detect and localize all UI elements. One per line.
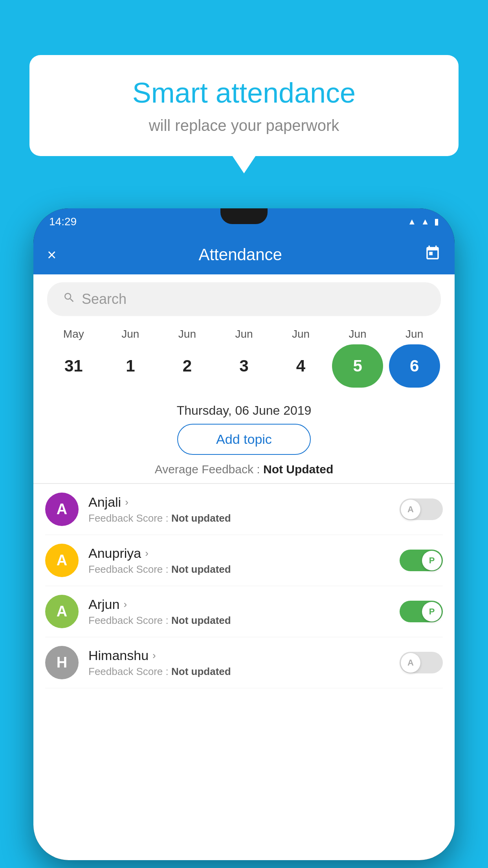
student-row: A Anupriya › Feedback Score : Not update…	[45, 535, 443, 586]
student-avatar-1: A	[45, 544, 79, 577]
avg-feedback-label: Average Feedback :	[155, 463, 263, 476]
cal-date-1[interactable]: 1	[105, 344, 156, 388]
student-info-3: Himanshu › Feedback Score : Not updated	[88, 648, 400, 678]
calendar-dates: 31 1 2 3 4 5 6	[41, 340, 447, 388]
cal-month-4: Jun	[275, 328, 327, 340]
search-placeholder: Search	[82, 291, 127, 307]
search-bar-container: Search	[33, 274, 455, 324]
phone-frame: 14:29 ▲ ▲ ▮ × Attendance	[33, 208, 455, 860]
student-row: H Himanshu › Feedback Score : Not update…	[45, 637, 443, 688]
cal-month-3: Jun	[218, 328, 270, 340]
toggle-knob-2: P	[422, 602, 442, 622]
attendance-toggle-1[interactable]: P	[400, 550, 443, 571]
chevron-icon-1: ›	[145, 547, 149, 559]
chevron-icon-3: ›	[152, 649, 156, 662]
search-input-inner: Search	[63, 291, 127, 307]
close-icon[interactable]: ×	[47, 246, 56, 264]
speech-bubble-subtitle: will replace your paperwork	[53, 117, 435, 134]
speech-bubble-title: Smart attendance	[53, 77, 435, 109]
search-field[interactable]: Search	[47, 282, 441, 316]
cal-month-1: Jun	[105, 328, 156, 340]
speech-bubble: Smart attendance will replace your paper…	[29, 55, 459, 156]
student-info-1: Anupriya › Feedback Score : Not updated	[88, 546, 400, 576]
phone-notch	[220, 208, 268, 224]
student-row: A Anjali › Feedback Score : Not updated …	[45, 484, 443, 535]
add-topic-button[interactable]: Add topic	[177, 424, 311, 455]
toggle-knob-0: A	[401, 500, 420, 519]
signal-icon: ▲	[421, 217, 429, 227]
chevron-icon-0: ›	[125, 496, 128, 508]
attendance-toggle-0[interactable]: A	[400, 498, 443, 520]
cal-date-2[interactable]: 2	[161, 344, 213, 388]
student-name-0[interactable]: Anjali ›	[88, 495, 400, 510]
status-bar: 14:29 ▲ ▲ ▮	[33, 208, 455, 235]
cal-month-2: Jun	[161, 328, 213, 340]
student-score-2: Feedback Score : Not updated	[88, 614, 400, 627]
cal-month-5: Jun	[332, 328, 383, 340]
calendar-strip: May Jun Jun Jun Jun Jun Jun 31 1 2 3 4 5…	[33, 324, 455, 395]
student-avatar-0: A	[45, 493, 79, 526]
selected-date-label: Thursday, 06 June 2019	[33, 395, 455, 424]
calendar-months: May Jun Jun Jun Jun Jun Jun	[41, 328, 447, 340]
student-avatar-2: A	[45, 595, 79, 628]
phone-screen: Search May Jun Jun Jun Jun Jun Jun 31 1 …	[33, 274, 455, 860]
avg-feedback-value: Not Updated	[263, 463, 333, 476]
attendance-toggle-2[interactable]: P	[400, 601, 443, 622]
battery-icon: ▮	[434, 217, 439, 227]
speech-bubble-container: Smart attendance will replace your paper…	[29, 55, 459, 156]
student-name-3[interactable]: Himanshu ›	[88, 648, 400, 663]
avg-feedback: Average Feedback : Not Updated	[33, 463, 455, 476]
cal-month-0: May	[48, 328, 99, 340]
student-info-2: Arjun › Feedback Score : Not updated	[88, 597, 400, 627]
cal-date-6[interactable]: 6	[389, 344, 440, 388]
student-name-2[interactable]: Arjun ›	[88, 597, 400, 612]
student-list: A Anjali › Feedback Score : Not updated …	[33, 484, 455, 688]
search-icon	[63, 291, 75, 307]
cal-date-4[interactable]: 4	[275, 344, 327, 388]
app-bar: × Attendance	[33, 235, 455, 274]
toggle-knob-1: P	[422, 551, 442, 570]
student-avatar-3: H	[45, 646, 79, 679]
cal-month-6: Jun	[389, 328, 440, 340]
chevron-icon-2: ›	[123, 598, 127, 611]
student-score-3: Feedback Score : Not updated	[88, 666, 400, 678]
student-info-0: Anjali › Feedback Score : Not updated	[88, 495, 400, 524]
student-score-1: Feedback Score : Not updated	[88, 563, 400, 576]
cal-date-0[interactable]: 31	[48, 344, 99, 388]
toggle-knob-3: A	[401, 653, 420, 673]
cal-date-5[interactable]: 5	[332, 344, 383, 388]
status-time: 14:29	[49, 215, 77, 228]
student-row: A Arjun › Feedback Score : Not updated P	[45, 586, 443, 637]
wifi-icon: ▲	[407, 217, 416, 227]
student-name-1[interactable]: Anupriya ›	[88, 546, 400, 561]
attendance-toggle-3[interactable]: A	[400, 652, 443, 673]
cal-date-3[interactable]: 3	[218, 344, 270, 388]
calendar-icon[interactable]	[424, 245, 441, 265]
status-icons: ▲ ▲ ▮	[407, 217, 439, 227]
student-score-0: Feedback Score : Not updated	[88, 512, 400, 524]
app-bar-title: Attendance	[198, 245, 282, 264]
